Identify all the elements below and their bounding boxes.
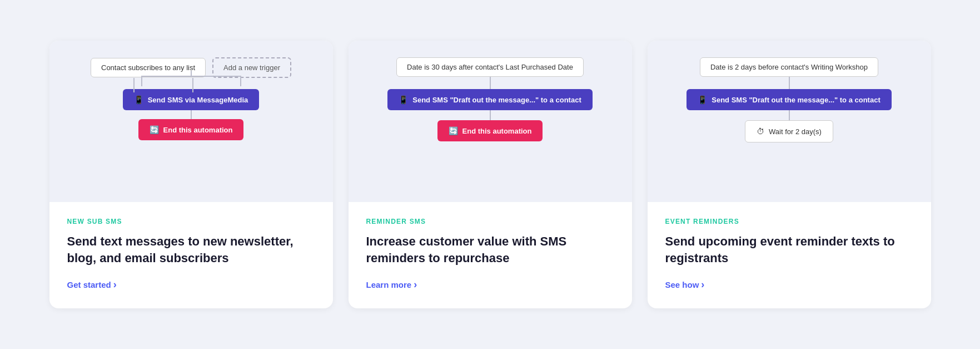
connector-2 [191,110,192,119]
step-node-wait-3: Wait for 2 day(s) [745,120,833,142]
cards-container: Contact subscribes to any list Add a new… [18,41,963,308]
clock-icon-3 [757,127,764,136]
card-title-3: Send upcoming event reminder texts to re… [665,233,913,266]
trigger-row-3: Date is 2 days before contact's Writing … [700,57,878,77]
end-icon-2 [449,126,458,135]
card-title-1: Send text messages to new newsletter, bl… [67,233,315,266]
connector-4 [490,110,491,120]
card-diagram-3: Date is 2 days before contact's Writing … [648,41,931,202]
step-node-end-1: End this automation [138,119,244,140]
sms-icon-1 [134,95,143,104]
card-diagram-2: Date is 30 days after contact's Last Pur… [349,41,632,202]
card-link-1[interactable]: Get started [67,279,315,291]
card-title-2: Increase customer value with SMS reminde… [366,233,614,266]
sms-icon-2 [399,95,408,104]
card-content-1: NEW SUB SMS Send text messages to new ne… [49,202,333,308]
card-tag-1: NEW SUB SMS [67,218,315,225]
card-tag-2: REMINDER SMS [366,218,614,225]
card-content-2: REMINDER SMS Increase customer value wit… [349,202,632,308]
step-node-end-2: End this automation [437,120,543,141]
connector-3 [490,77,491,89]
card-diagram-1: Contact subscribes to any list Add a new… [49,41,333,202]
step-node-sms-2: Send SMS "Draft out the message..." to a… [387,89,592,110]
card-reminder-sms: Date is 30 days after contact's Last Pur… [349,41,632,308]
trigger-row-2: Date is 30 days after contact's Last Pur… [396,57,584,77]
chevron-icon-1 [113,279,117,291]
chevron-icon-3 [701,279,704,291]
card-link-3[interactable]: See how [665,279,913,291]
connector-5 [789,77,790,89]
card-content-3: EVENT REMINDERS Send upcoming event remi… [648,202,931,308]
trigger-node-3: Date is 2 days before contact's Writing … [700,57,878,77]
card-new-sub-sms: Contact subscribes to any list Add a new… [49,41,333,308]
trigger-node-2: Date is 30 days after contact's Last Pur… [396,57,584,77]
card-event-reminders: Date is 2 days before contact's Writing … [648,41,931,308]
chevron-icon-2 [414,279,417,291]
step-node-sms-3: Send SMS "Draft out the message..." to a… [687,89,891,110]
card-tag-3: EVENT REMINDERS [665,218,913,225]
sms-icon-3 [698,95,707,104]
card-link-2[interactable]: Learn more [366,279,614,291]
connector-6 [789,110,790,120]
end-icon-1 [150,125,159,134]
